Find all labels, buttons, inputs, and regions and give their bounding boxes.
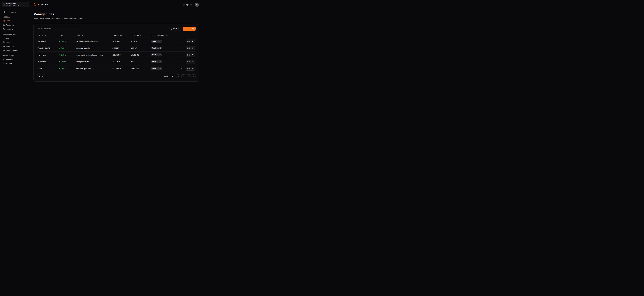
ellipsis-icon [181, 54, 183, 56]
row-more-button[interactable] [181, 40, 184, 43]
globe-icon [2, 28, 5, 30]
connection-version: v1.3.2 [156, 47, 161, 49]
brand-name: PANGOLIN [38, 4, 48, 6]
edit-site-button[interactable]: Edit [186, 53, 195, 57]
last-page-button[interactable] [192, 74, 196, 78]
theme-toggle-button[interactable]: System [183, 4, 192, 6]
column-header-online[interactable]: Online [58, 34, 75, 36]
page-title: Manage Sites [34, 12, 199, 16]
connection-type-cell: Newt v1.3.2 [150, 40, 180, 43]
sidebar-item-settings[interactable]: Settings [2, 62, 29, 66]
site-name-cell: Edge Device 01 [37, 47, 58, 49]
chevrons-right-icon [193, 76, 194, 77]
sidebar-item-resources[interactable]: Resources [2, 23, 29, 27]
toolbar-actions: Refresh Add Site [168, 27, 196, 31]
sidebar-nav: Server Admin GENERAL Sites Resources Do [2, 10, 29, 66]
online-status-label: Online [61, 47, 66, 49]
table-row: AWS VPC Online vivacious-little-blue-pen… [37, 38, 196, 45]
connection-version: v1.3.2 [156, 54, 161, 56]
chevron-left-icon [182, 76, 184, 77]
row-more-button[interactable] [181, 46, 184, 50]
sidebar-item-roles[interactable]: Roles [2, 40, 29, 44]
theme-toggle-label: System [186, 4, 192, 6]
sidebar-item-label: Resources [6, 24, 14, 26]
row-more-button[interactable] [181, 53, 184, 56]
site-tunnel-cell: smug-brown-rat [75, 61, 112, 63]
organization-icon [3, 4, 5, 6]
online-status-label: Online [61, 68, 66, 70]
connection-type-cell: Newt v1.3.2 [150, 67, 180, 70]
add-site-button[interactable]: Add Site [183, 27, 196, 31]
column-header-name[interactable]: Name [37, 34, 58, 36]
next-page-button[interactable] [187, 74, 190, 78]
row-more-button[interactable] [181, 60, 184, 63]
org-selector[interactable]: Organization milo@fossorial.io's ... [2, 2, 29, 7]
connection-type-cell: Newt v1.3.2 [150, 54, 180, 56]
sidebar-item-label: Shareable Links [6, 50, 18, 52]
user-avatar[interactable]: M [195, 3, 199, 7]
sidebar-scrollbar-thumb[interactable] [30, 54, 30, 58]
site-status-cell: Online [58, 54, 75, 56]
data-in-cell: 5.00 MB [112, 47, 130, 49]
site-name-cell: Jeff's Laptop [37, 61, 58, 63]
brand-home-link[interactable]: PANGOLIN [34, 3, 48, 6]
topbar-right: System M [183, 3, 199, 7]
chevron-right-icon [188, 76, 190, 77]
arrow-right-icon [192, 47, 193, 49]
page-size-select[interactable]: 20 [37, 74, 45, 78]
column-header-data-in[interactable]: Data In [112, 34, 130, 36]
data-out-cell: 780.12 GB [130, 68, 150, 70]
column-label: Online [60, 34, 65, 36]
mail-icon [2, 45, 5, 48]
edit-site-button[interactable]: Edit [186, 46, 195, 50]
online-status-dot [59, 41, 60, 42]
refresh-label: Refresh [173, 28, 180, 30]
refresh-button[interactable]: Refresh [168, 27, 181, 31]
sidebar-item-sites[interactable]: Sites [2, 19, 29, 23]
pangolin-logo [34, 3, 37, 6]
sidebar-item-users[interactable]: Users [2, 36, 29, 40]
site-status-cell: Online [58, 68, 75, 70]
column-header-site[interactable]: Site [75, 34, 112, 36]
sidebar-item-shareable-links[interactable]: Shareable Links [2, 49, 29, 52]
add-site-label: Add Site [187, 28, 194, 30]
users-icon [2, 41, 5, 43]
sidebar-item-server-admin[interactable]: Server Admin [2, 10, 29, 14]
data-out-cell: 52.02 MB [130, 40, 150, 42]
previous-page-button[interactable] [182, 74, 185, 78]
sidebar-item-api-keys[interactable]: API Keys [2, 57, 29, 61]
table-row: Office Online welcome-giant-mole-rat 534… [37, 65, 196, 72]
first-page-button[interactable] [176, 74, 180, 78]
site-tunnel-cell: welcome-giant-mole-rat [75, 68, 112, 70]
column-label: Data Out [132, 34, 139, 36]
sort-icon [44, 34, 46, 36]
column-label: Site [78, 34, 80, 36]
site-status-cell: Online [58, 47, 75, 49]
section-label-general: GENERAL [2, 16, 28, 18]
sidebar-item-label: Sites [6, 20, 10, 22]
online-status-dot [59, 54, 60, 56]
edit-label: Edit [188, 47, 190, 49]
edit-site-button[interactable]: Edit [186, 60, 195, 64]
connection-type-badge: Newt v1.3.2 [151, 67, 162, 70]
row-actions-cell: Edit [180, 39, 196, 43]
chevrons-up-down-icon [26, 4, 27, 6]
column-header-connection-type[interactable]: Connection Type [150, 34, 180, 36]
link-icon [2, 50, 5, 52]
connection-type-badge: Newt v1.3.2 [151, 54, 162, 56]
online-status-label: Online [61, 40, 66, 42]
section-label-organization: ORGANIZATION [2, 55, 28, 56]
sort-icon [166, 34, 167, 36]
edit-site-button[interactable]: Edit [186, 66, 195, 70]
row-more-button[interactable] [181, 67, 184, 70]
cable-icon [2, 24, 5, 26]
user-icon [2, 37, 5, 39]
sidebar-item-invitations[interactable]: Invitations [2, 44, 29, 48]
sidebar-item-domains[interactable]: Domains [2, 27, 29, 31]
edit-site-button[interactable]: Edit [186, 39, 195, 43]
pager-buttons [176, 74, 196, 78]
search-sites-input[interactable] [37, 27, 82, 31]
search-icon [38, 28, 40, 30]
data-in-cell: 534.98 GB [112, 68, 130, 70]
column-header-data-out[interactable]: Data Out [130, 34, 150, 36]
